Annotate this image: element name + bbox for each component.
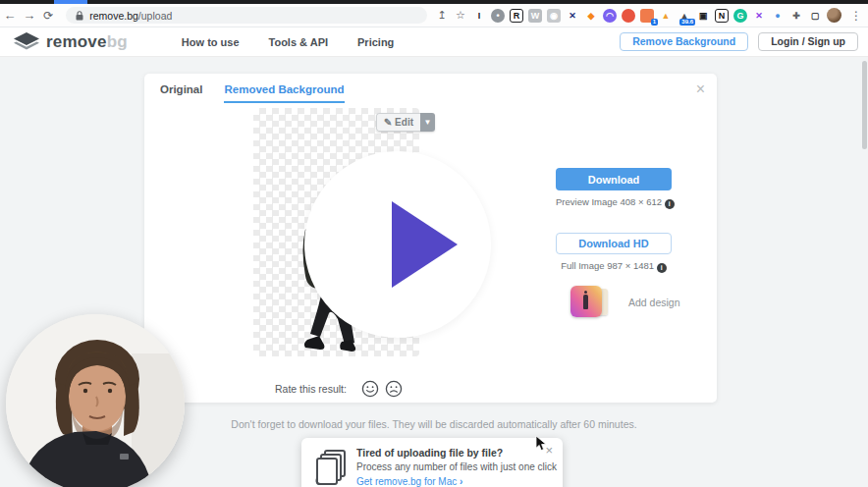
popup-mac-link[interactable]: Get remove.bg for Mac › (356, 476, 551, 487)
logo-diamond-icon (14, 32, 39, 51)
popup-title: Tired of uploading file by file? (356, 447, 551, 459)
design-front-card (570, 286, 602, 317)
nav-link[interactable]: How to use (182, 36, 240, 48)
login-signup-button[interactable]: Login / Sign up (758, 32, 858, 51)
extension-icon[interactable]: N (715, 9, 729, 23)
extension-icon[interactable]: ▲ 39.6 (678, 9, 691, 23)
share-icon[interactable]: ↥ (435, 9, 449, 22)
result-tab[interactable]: Removed Background (224, 83, 344, 103)
close-icon[interactable]: × (696, 81, 705, 97)
extension-badge: 1 (651, 19, 658, 26)
site-header: removebg How to use Tools & API Pricing … (0, 27, 868, 57)
bookmark-star-icon[interactable]: ☆ (454, 9, 467, 22)
url-path: /upload (138, 10, 172, 22)
rate-label: Rate this result: (275, 383, 347, 395)
add-design-label: Add design (628, 297, 680, 308)
video-play-overlay[interactable] (304, 151, 491, 338)
removebg-logo[interactable]: removebg (14, 32, 128, 52)
reload-icon[interactable]: ⟳ (39, 5, 59, 27)
extension-icon[interactable]: ▲ (659, 9, 673, 23)
download-caption: Preview Image 408 × 612 i (556, 196, 672, 209)
extension-icon[interactable]: 1 (640, 9, 654, 23)
url-host: remove.bg (89, 10, 138, 22)
scrollbar-thumb[interactable] (862, 61, 867, 149)
tiny-person-icon (583, 295, 588, 309)
extension-icon[interactable]: ▢ (808, 9, 822, 23)
extension-icon[interactable]: • (491, 9, 505, 23)
extension-icons-row: I • R W (472, 9, 822, 23)
batch-upload-popup: × Tired of uploading file by file? Proce… (301, 438, 563, 487)
rate-happy-icon[interactable] (361, 380, 379, 398)
nav-link[interactable]: Tools & API (269, 36, 329, 48)
download-column: Download Preview Image 408 × 612 i Downl… (556, 168, 672, 273)
download-hd-button[interactable]: Download HD (556, 233, 672, 254)
stacked-files-icon (315, 449, 349, 487)
play-icon (392, 201, 458, 288)
presenter-portrait (6, 314, 185, 487)
address-bar[interactable]: remove.bg/upload (66, 7, 427, 24)
design-thumbnail (570, 286, 616, 318)
extension-icon[interactable]: I (472, 9, 486, 23)
page-main: Original Removed Background × (0, 57, 868, 487)
chevron-right-icon: › (460, 476, 462, 487)
extension-icon[interactable]: ✚ (789, 9, 803, 23)
extension-icon[interactable]: R (510, 9, 523, 23)
extension-icon[interactable]: ● (771, 9, 785, 23)
extension-icon[interactable]: W (528, 9, 542, 23)
extension-icon[interactable]: ● (622, 9, 635, 23)
edit-button-label: ✎ Edit (376, 113, 420, 132)
extension-icon[interactable]: G (733, 9, 747, 23)
browser-toolbar: ← → ⟳ remove.bg/upload ↥ ☆ I • (0, 4, 868, 27)
extension-badge: 39.6 (679, 19, 695, 26)
browser-menu-icon[interactable]: ⋮ (850, 9, 862, 23)
popup-body: Process any number of files with just on… (356, 461, 551, 472)
edit-dropdown-caret[interactable]: ▼ (420, 113, 435, 132)
download-button[interactable]: Download (556, 168, 672, 190)
add-design-button[interactable]: Add design (570, 286, 680, 318)
lock-icon (76, 11, 83, 21)
result-tabs: Original Removed Background (160, 83, 345, 103)
info-icon[interactable]: i (657, 263, 667, 273)
extension-icon[interactable]: ◠ (603, 9, 617, 23)
browser-profile-avatar[interactable] (827, 8, 841, 23)
extension-icon[interactable]: ◆ (584, 9, 598, 23)
mouse-cursor (535, 436, 547, 452)
info-icon[interactable]: i (665, 199, 675, 209)
extension-icon[interactable]: ▣ (696, 9, 710, 23)
presenter-webcam-bubble (6, 314, 185, 487)
extension-icon[interactable]: ✕ (752, 9, 766, 23)
site-nav: How to use Tools & API Pricing (182, 36, 394, 48)
download-hd-caption: Full Image 987 × 1481 i (556, 260, 672, 273)
extension-icon[interactable]: ✕ (566, 9, 579, 23)
screenshot-root: ← → ⟳ remove.bg/upload ↥ ☆ I • (0, 0, 868, 487)
remove-background-button[interactable]: Remove Background (620, 32, 748, 51)
edit-button[interactable]: ✎ Edit ▼ (376, 113, 435, 132)
rate-sad-icon[interactable] (385, 380, 403, 398)
extension-icon[interactable]: ◉ (547, 9, 561, 23)
back-icon[interactable]: ← (0, 5, 20, 27)
logo-text: removebg (46, 32, 128, 52)
rate-result-row: Rate this result: (275, 380, 403, 398)
forward-icon[interactable]: → (20, 5, 39, 27)
result-tab[interactable]: Original (160, 83, 202, 103)
nav-link[interactable]: Pricing (357, 36, 394, 48)
